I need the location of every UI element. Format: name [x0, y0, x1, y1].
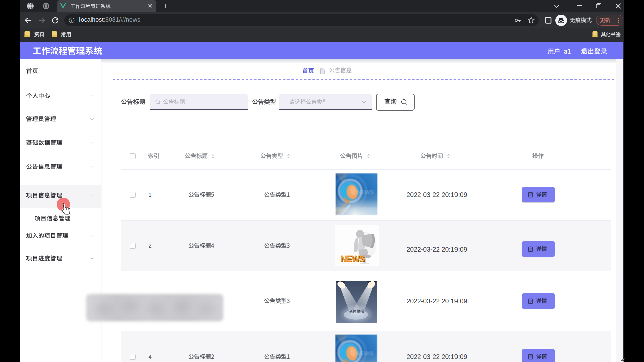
svg-text:NEWS: NEWS	[356, 350, 373, 357]
svg-text:NEWS: NEWS	[357, 189, 374, 195]
svg-text:NEWS: NEWS	[341, 254, 365, 263]
